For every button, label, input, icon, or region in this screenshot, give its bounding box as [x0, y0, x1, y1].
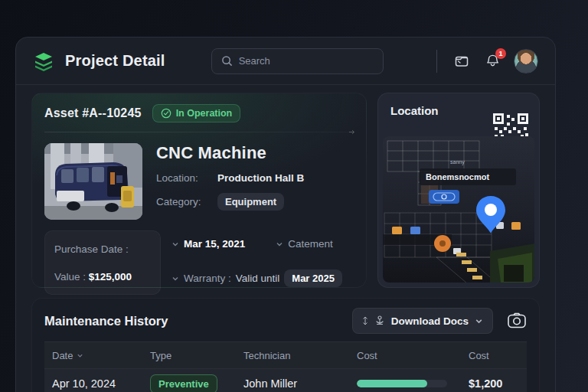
search-input[interactable]: Search: [211, 48, 384, 74]
map-tooltip-main-text: Bonemsnocmot: [426, 172, 489, 181]
purchase-date-label: Purchase Date :: [54, 239, 151, 259]
chevron-down-icon[interactable]: [172, 275, 179, 283]
camera-icon: [507, 312, 527, 330]
search-placeholder: Search: [239, 55, 270, 67]
cell-date: Apr 10, 2024: [44, 377, 142, 390]
folder-button[interactable]: [452, 52, 471, 70]
category-label: Category:: [156, 196, 217, 207]
table-row[interactable]: Apr 10, 2024 Preventive John Miller $1,2…: [44, 369, 527, 392]
divider-arrow-icon: [349, 129, 355, 135]
folder-icon: [454, 54, 469, 69]
warranty-text: Valid until: [236, 273, 280, 284]
column-date[interactable]: Date: [44, 350, 142, 361]
download-docs-label: Download Docs: [391, 315, 469, 327]
purchase-panel: Purchase Date : Value : $125,000: [44, 230, 161, 295]
cost-progress-bar: [357, 380, 447, 387]
facility-map[interactable]: sanny Bonemsnocmot: [383, 136, 534, 283]
download-icon: [374, 315, 385, 326]
facility-map-image: sanny Bonemsnocmot: [383, 136, 534, 283]
notifications-button[interactable]: 1: [483, 52, 501, 70]
chevron-down-icon[interactable]: [172, 240, 179, 248]
value-label: Value :: [54, 271, 86, 283]
status-label: In Operation: [176, 108, 233, 119]
column-type[interactable]: Type: [142, 350, 236, 361]
category-badge: Equipment: [217, 193, 284, 211]
cost-progress-fill: [357, 380, 427, 387]
page-title: Project Detail: [65, 52, 165, 70]
download-docs-button[interactable]: Download Docs: [352, 308, 493, 334]
asset-name: CNC Machine: [156, 143, 304, 163]
transfer-icon: [362, 316, 368, 325]
divider: [44, 132, 354, 132]
asset-photo[interactable]: [44, 143, 142, 220]
app-logo-layers-icon: [33, 51, 54, 72]
asset-id: Asset #A--10245: [44, 106, 142, 120]
location-label: Location:: [156, 172, 217, 184]
value-amount: $125,000: [89, 271, 132, 283]
cell-technician: John Miller: [236, 377, 349, 390]
maintenance-title: Maintenance History: [44, 314, 168, 328]
column-cost-2[interactable]: Cost: [461, 350, 527, 361]
type-badge: Preventive: [150, 374, 217, 392]
header-divider: [436, 50, 437, 73]
maintenance-history-card: Maintenance History Download Docs: [31, 298, 540, 392]
main-content: Asset #A--10245 In Operation: [16, 85, 555, 392]
map-tooltip-small-text: sanny: [450, 159, 465, 165]
column-cost-1[interactable]: Cost: [349, 350, 461, 361]
cell-cost: $1,200: [461, 377, 527, 390]
asset-photo-image: [44, 143, 142, 220]
user-avatar[interactable]: [514, 49, 538, 74]
search-icon: [221, 55, 233, 67]
column-technician[interactable]: Technician: [236, 350, 349, 361]
warranty-label: Warranty :: [184, 273, 231, 284]
notification-badge: 1: [495, 48, 506, 59]
purchase-date-value: Mar 15, 2021: [184, 238, 245, 250]
sort-icon: [77, 352, 83, 359]
chevron-down-icon: [475, 317, 483, 325]
chevron-down-icon[interactable]: [276, 240, 283, 248]
app-header: Project Detail Search: [16, 38, 555, 85]
app-window: Project Detail Search: [15, 37, 556, 392]
table-header: Date Type Technician Cost Cost: [44, 341, 527, 369]
location-card: Location: [377, 93, 540, 288]
warranty-until-badge: Mar 2025: [284, 270, 342, 287]
check-circle-icon: [161, 108, 172, 119]
location-value: Production Hall B: [217, 172, 304, 184]
purchase-extra-label: Catement: [288, 238, 333, 250]
status-badge: In Operation: [152, 104, 241, 122]
asset-detail-card: Asset #A--10245 In Operation: [31, 93, 367, 288]
camera-button[interactable]: [507, 312, 527, 330]
